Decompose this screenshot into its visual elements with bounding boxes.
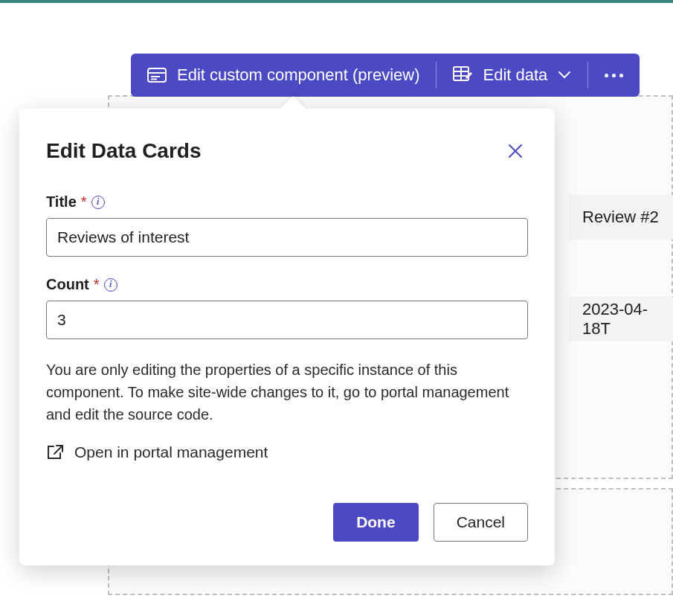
count-label: Count [46,276,89,293]
count-field-group: Count * i [46,276,528,339]
title-field-group: Title * i [46,193,528,257]
dialog-title: Edit Data Cards [46,139,202,163]
cancel-button[interactable]: Cancel [434,503,528,542]
component-icon [147,68,167,83]
required-indicator: * [81,193,87,211]
required-indicator: * [94,276,100,293]
card-label: 2023-04-18T [582,300,673,339]
title-label: Title [46,193,77,211]
edit-data-cards-dialog: Edit Data Cards Title * i Count * i You … [19,109,555,565]
title-input[interactable] [46,218,528,257]
component-toolbar: Edit custom component (preview) Edit dat… [131,54,640,97]
background-card-date: 2023-04-18T [569,297,673,341]
edit-data-label: Edit data [483,65,547,85]
card-label: Review #2 [582,208,659,227]
instance-scope-note: You are only editing the properties of a… [46,359,528,426]
background-card-review: Review #2 [569,195,673,240]
external-link-icon [46,444,64,461]
done-button[interactable]: Done [333,503,419,542]
info-icon[interactable]: i [91,196,105,209]
portal-link-label: Open in portal management [74,443,268,461]
open-portal-management-link[interactable]: Open in portal management [46,443,268,461]
edit-data-button[interactable]: Edit data [437,54,587,97]
chevron-down-icon [558,71,571,80]
info-icon[interactable]: i [104,278,117,292]
close-button[interactable] [503,138,528,164]
count-input[interactable] [46,301,528,339]
edit-component-button[interactable]: Edit custom component (preview) [131,54,436,97]
table-edit-icon [453,66,472,84]
dialog-actions: Done Cancel [46,503,528,542]
close-icon [507,143,524,159]
edit-component-label: Edit custom component (preview) [177,65,419,85]
more-options-button[interactable] [588,74,640,77]
